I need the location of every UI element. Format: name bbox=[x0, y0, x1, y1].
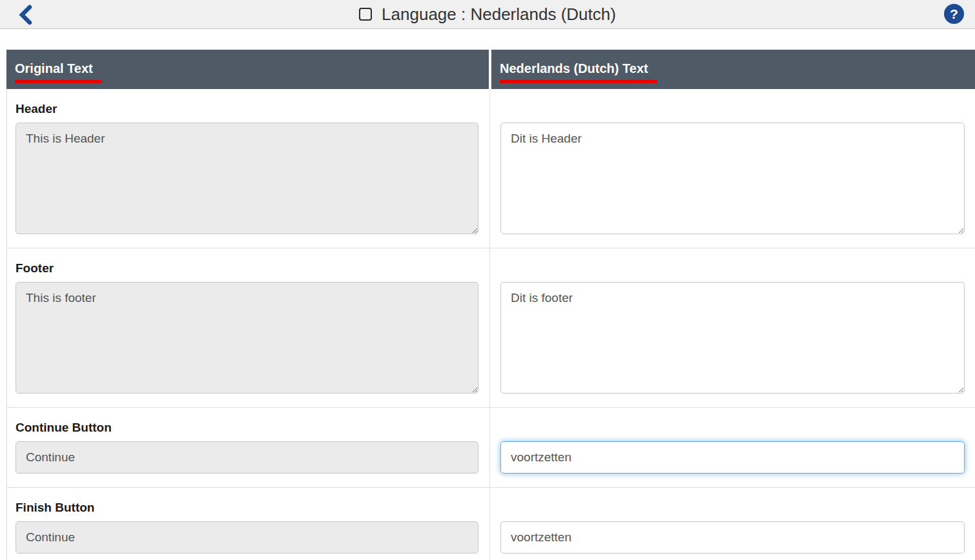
row-label-spacer bbox=[500, 499, 965, 516]
row-label: Footer bbox=[15, 260, 478, 277]
original-cell: Finish Button bbox=[6, 488, 489, 560]
column-gap bbox=[489, 408, 491, 487]
column-gap bbox=[489, 89, 491, 248]
translation-row: Header bbox=[6, 89, 975, 248]
table-header-row: Original Text Nederlands (Dutch) Text bbox=[6, 50, 975, 89]
original-cell: Continue Button bbox=[6, 408, 489, 487]
translation-cell bbox=[491, 408, 975, 487]
translation-row: Continue Button bbox=[6, 408, 975, 488]
translation-table: Original Text Nederlands (Dutch) Text He… bbox=[6, 50, 975, 560]
column-header-translation-label: Nederlands (Dutch) Text bbox=[500, 61, 657, 83]
translation-text-field[interactable] bbox=[500, 123, 965, 234]
row-label-spacer bbox=[500, 260, 965, 277]
translation-text-field[interactable] bbox=[500, 441, 965, 474]
row-label: Header bbox=[15, 101, 478, 117]
original-cell: Header bbox=[6, 89, 489, 248]
column-gap bbox=[489, 248, 491, 407]
table-body: Header Footer Continue Button Finish But… bbox=[6, 89, 975, 560]
column-header-original-label: Original Text bbox=[15, 61, 102, 83]
translation-text-field[interactable] bbox=[500, 282, 965, 394]
original-cell: Footer bbox=[6, 248, 489, 407]
title-area: Language : Nederlands (Dutch) bbox=[359, 5, 616, 25]
original-text-field[interactable] bbox=[15, 441, 478, 474]
original-text-field[interactable] bbox=[15, 123, 478, 234]
original-text-field[interactable] bbox=[15, 282, 478, 394]
row-label-spacer bbox=[500, 419, 965, 436]
top-bar: Language : Nederlands (Dutch) ? bbox=[0, 0, 975, 29]
language-checkbox[interactable] bbox=[359, 8, 372, 21]
translation-cell bbox=[491, 89, 975, 248]
column-header-translation: Nederlands (Dutch) Text bbox=[491, 50, 975, 89]
translation-cell bbox=[491, 248, 975, 407]
original-text-field[interactable] bbox=[15, 521, 478, 554]
translation-text-field[interactable] bbox=[500, 521, 965, 554]
row-label: Finish Button bbox=[15, 499, 478, 516]
translation-row: Footer bbox=[6, 248, 975, 408]
column-gap bbox=[489, 488, 491, 560]
translation-row: Finish Button bbox=[6, 488, 975, 560]
row-label: Continue Button bbox=[15, 419, 478, 436]
question-mark-icon: ? bbox=[950, 7, 958, 21]
row-label-spacer bbox=[500, 101, 965, 117]
chevron-left-icon bbox=[18, 5, 32, 25]
translation-cell bbox=[491, 488, 975, 560]
page-title: Language : Nederlands (Dutch) bbox=[382, 5, 616, 25]
back-button[interactable] bbox=[17, 4, 34, 25]
help-button[interactable]: ? bbox=[944, 4, 964, 24]
column-header-original: Original Text bbox=[6, 50, 489, 89]
